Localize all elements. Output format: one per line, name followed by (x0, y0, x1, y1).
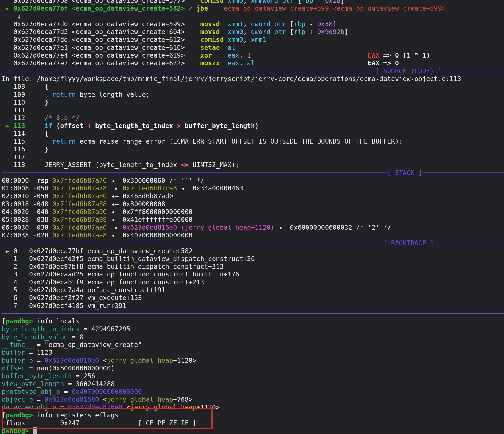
disasm-branch-arrow: ↓ (2, 12, 504, 20)
section-separator-line: ────────────────────────────────────────… (2, 310, 504, 317)
source-row-current: ► 113 if (offset + byte_length_to_index … (2, 122, 504, 130)
disasm-row: 0x627d0eca77dd <ecma_op_dataview_create+… (2, 36, 504, 44)
backtrace-row: 1 0x627d0ecfd3f5 ecma_builtin_dataview_d… (2, 255, 504, 263)
disasm-row: 0x627d0eca77d5 <ecma_op_dataview_create+… (2, 28, 504, 36)
source-row: 109 return byte_length_value; (2, 91, 504, 98)
section-separator-backtrace: ────────────────────────────────────────… (2, 239, 504, 247)
locals-row: buffer = 1123 (2, 349, 504, 356)
source-row: 118 JERRY_ASSERT (byte_length_to_index <… (2, 161, 504, 169)
section-separator-bottom: ────────────────────────────────────────… (2, 310, 504, 318)
source-row: 110 } (2, 98, 504, 106)
stack-row: 00:0000│ rsp 0x7ffed6b87a70 ◂— 0x3000000… (2, 177, 504, 185)
source-row: 111 (2, 106, 504, 114)
stack-row: 04:0020│-040 0x7ffed6b87a90 ◂— 0x7ff8000… (2, 208, 504, 216)
backtrace-row: 4 0x627d0ecab1f9 ecma_op_function_constr… (2, 278, 504, 286)
disasm-row: 0x627d0eca77ba <ecma_op_dataview_create+… (2, 0, 504, 5)
locals-row: byte_length_to_index = 4294967295 (2, 325, 504, 333)
locals-row: view_byte_length = 3602414288 (2, 380, 504, 388)
source-file-path: In file: /home/flyyy/workspace/tmp/mimic… (2, 75, 504, 83)
backtrace-row: 5 0x627d0ece7a4a opfunc_construct+191 (2, 286, 504, 294)
pwndbg-terminal-screen: 0x627d0eca77ba <ecma_op_dataview_create+… (0, 0, 504, 434)
locals-row: byte_length_value = 8 (2, 333, 504, 341)
source-row: 108 { (2, 83, 504, 90)
backtrace-row: 7 0x627d0ecf4185 vm_run+391 (2, 302, 504, 310)
section-separator-source: ────────────────────────────────────────… (2, 67, 504, 75)
terminal-cursor (33, 427, 37, 434)
section-separator-label: ────────────────────────────────────────… (2, 67, 504, 75)
backtrace-row: 3 0x627d0ecaad25 ecma_op_function_constr… (2, 270, 504, 278)
locals-row: buffer_byte_length = 256 (2, 372, 504, 380)
stack-row: 01:0008│-058 0x7ffed6b87a78 —▸ 0x7ffed6b… (2, 185, 504, 192)
locals-row: __func__ = "ecma_op_dataview_create" (2, 341, 504, 349)
disasm-row: 0x627d0eca77e4 <ecma_op_dataview_create+… (2, 52, 504, 59)
backtrace-row-current: ► 0 0x627d0eca77bf ecma_op_dataview_crea… (2, 247, 504, 255)
source-row: 117 (2, 153, 504, 161)
stack-row: 07:0038│-028 0x7ffed6b87aa8 ◂— 0x4070000… (2, 231, 504, 239)
disasm-row: 0x627d0eca77d0 <ecma_op_dataview_create+… (2, 20, 504, 28)
section-separator-stack: ────────────────────────────────────────… (2, 169, 504, 177)
stack-row: 06:0030│-030 0x7ffed6b87aa0 —▸ 0x627d0ed… (2, 224, 504, 231)
stack-row: 05:0028│-038 0x7ffed6b87a98 ◂— 0x41effff… (2, 216, 504, 223)
backtrace-row: 2 0x627d0ec97bf8 ecma_builtin_dispatch_c… (2, 263, 504, 270)
source-row: 115 return ecma_raise_range_error (ECMA_… (2, 137, 504, 145)
prompt-row: pwndbg> (2, 427, 504, 434)
console-prompt-row: [pwndbg> info locals (2, 318, 504, 325)
console-prompt-row: [pwndbg> info registers eflags (2, 411, 504, 419)
source-row: 116 } (2, 145, 504, 153)
stack-row: 03:0018│-048 0x7ffed6b87a88 ◂— 0x8000000… (2, 200, 504, 208)
section-separator-label: ────────────────────────────────────────… (2, 239, 504, 247)
locals-row: buffer_p = 0x627d0ed816e0 <jerry_global_… (2, 357, 504, 364)
disasm-row: 0x627d0eca77e7 <ecma_op_dataview_create+… (2, 59, 504, 67)
locals-row: object_p = 0x627d0ed81580 <jerry_global_… (2, 396, 504, 403)
locals-row: prototype_obj_p = 0x4070000000000000 (2, 388, 504, 396)
backtrace-row: 6 0x627d0ecf3f27 vm_execute+153 (2, 294, 504, 302)
source-row: 112 /* 8.b */ (2, 114, 504, 122)
source-row: 114 { (2, 130, 504, 137)
locals-row: dataview_obj_p = 0x627d0ed816e0 <jerry_g… (2, 403, 504, 411)
section-separator-label: ────────────────────────────────────────… (2, 169, 504, 177)
disasm-row-current: ► 0x627d0eca77bf <ecma_op_dataview_creat… (2, 5, 504, 12)
disasm-row: 0x627d0eca77e1 <ecma_op_dataview_create+… (2, 44, 504, 52)
terminal-output[interactable]: 0x627d0eca77ba <ecma_op_dataview_create+… (2, 0, 504, 434)
locals-row: offset = nan(0x8000000000000) (2, 364, 504, 372)
stack-row: 02:0010│-050 0x7ffed6b87a80 ◂— 0x463d6b8… (2, 192, 504, 200)
eflags-row: eflags 0x247 [ CF PF ZF IF ] (2, 419, 504, 427)
